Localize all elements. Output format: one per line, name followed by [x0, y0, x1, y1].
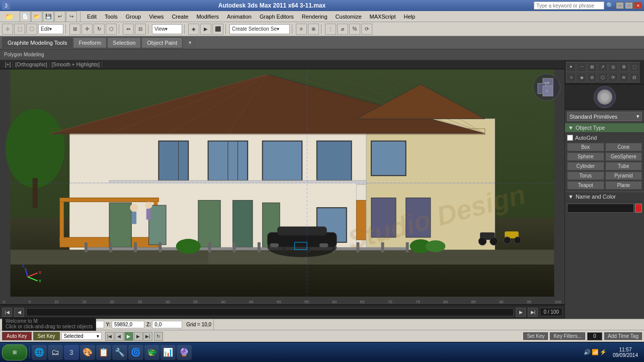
menu-create[interactable]: Create [168, 11, 192, 22]
menu-help[interactable]: Help [400, 11, 420, 22]
timeline-next[interactable]: ▶ [516, 308, 526, 317]
panel-icon-7[interactable]: ⬚ [629, 62, 639, 72]
auto-key-button[interactable]: Auto Key [2, 332, 32, 340]
go-to-end[interactable]: ▶| [143, 332, 152, 341]
toolbar-redo[interactable]: ↪ [66, 11, 77, 22]
menu-customize[interactable]: Customize [332, 11, 366, 22]
play-button[interactable]: ▶ [124, 332, 133, 341]
select-scale[interactable]: ⬡ [106, 24, 117, 35]
tab-extra-arrow[interactable]: ▾ [185, 38, 195, 48]
taskbar-icon-8[interactable]: 🔮 [177, 345, 192, 360]
primitives-dropdown[interactable]: Standard Primitives ▾ [567, 112, 642, 121]
viewport-plus[interactable]: [+] [3, 62, 13, 67]
taskbar-icon-7[interactable]: 📊 [160, 345, 176, 360]
tab-graphite-modeling[interactable]: Graphite Modeling Tools [2, 37, 72, 48]
timeline-track[interactable] [26, 308, 514, 316]
cylinder-button[interactable]: Cylinder [567, 162, 604, 170]
menu-group[interactable]: Group [122, 11, 145, 22]
toolbar-new[interactable]: 📄 [20, 11, 31, 22]
frame-input[interactable] [587, 332, 602, 340]
teapot-button[interactable]: Teapot [567, 181, 604, 190]
object-name-input[interactable] [567, 204, 634, 213]
clock[interactable]: 11:57 09/09/2014 [609, 347, 642, 358]
taskbar-icon-4[interactable]: 🔧 [112, 345, 127, 360]
viewport[interactable]: Studio Design X Y Z [0, 69, 565, 297]
navigation-cube[interactable]: TOP F [533, 73, 560, 101]
create-selection-set[interactable]: Create Selection Se▾ [229, 24, 290, 34]
minimize-button[interactable]: ─ [616, 2, 624, 9]
taskbar-icon-3[interactable]: 📋 [96, 345, 111, 360]
panel-icon-9[interactable]: ◈ [577, 72, 587, 82]
menu-views[interactable]: Views [145, 11, 168, 22]
maximize-button[interactable]: □ [625, 2, 633, 9]
hierarchy-panel-btn[interactable]: ⊞ [587, 62, 597, 72]
go-to-start[interactable]: |◀ [105, 332, 114, 341]
key-filters-button[interactable]: Key Filters... [550, 332, 585, 340]
snap-angle[interactable]: ⌀ [337, 24, 348, 35]
set-key-filters-button[interactable]: Set Key [523, 332, 548, 340]
taskbar-3dsmax[interactable]: 3 [64, 345, 79, 360]
layers-btn[interactable]: ≡ [296, 24, 307, 35]
autogrid-checkbox[interactable] [567, 135, 573, 141]
render-scene[interactable]: ▶ [200, 24, 211, 35]
search-icon[interactable]: 🔍 [606, 2, 614, 9]
quick-render[interactable]: ⬛ [212, 24, 223, 35]
add-time-tag-button[interactable]: Add Time Tag [604, 332, 642, 340]
selected-dropdown[interactable]: Selected ▾ [61, 332, 102, 340]
select-rotate[interactable]: ↻ [94, 24, 105, 35]
color-swatch[interactable] [635, 204, 642, 213]
torus-button[interactable]: Torus [567, 171, 604, 180]
snap-spinner[interactable]: ⟳ [361, 24, 372, 35]
object-type-header[interactable]: ▼ Object Type [565, 123, 644, 133]
close-button[interactable]: ✕ [634, 2, 642, 9]
utilities-panel-btn[interactable]: ⚙ [619, 62, 629, 72]
lasso-tool[interactable]: 〇 [26, 24, 37, 35]
timeline-next-key[interactable]: ▶| [528, 308, 538, 317]
menu-graph-editors[interactable]: Graph Editors [256, 11, 298, 22]
material-editor[interactable]: ◈ [188, 24, 199, 35]
tab-freeform[interactable]: Freeform [73, 37, 107, 48]
mirror-tool[interactable]: ⇔ [123, 24, 134, 35]
prev-frame[interactable]: ◀ [115, 332, 124, 341]
select-region[interactable]: ⬚ [14, 24, 25, 35]
start-button[interactable]: ⊞ [2, 344, 27, 360]
taskbar-ie[interactable]: 🌐 [32, 345, 47, 360]
create-panel-btn[interactable]: ✦ [566, 62, 576, 72]
tab-selection[interactable]: Selection [107, 37, 141, 48]
panel-icon-8[interactable]: ⌗ [566, 72, 576, 82]
menu-animation[interactable]: Animation [223, 11, 256, 22]
toolbar-undo[interactable]: ↩ [54, 11, 65, 22]
display-panel-btn[interactable]: ◎ [608, 62, 618, 72]
menu-maxscript[interactable]: MAXScript [366, 11, 400, 22]
modify-panel-btn[interactable]: ⋯ [577, 62, 587, 72]
motion-panel-btn[interactable]: ↗ [598, 62, 608, 72]
timeline-prev[interactable]: ◀ [14, 308, 24, 317]
xref-btn[interactable]: ⊕ [308, 24, 319, 35]
name-color-header[interactable]: ▼ Name and Color [565, 192, 644, 202]
panel-icon-10[interactable]: ⊘ [587, 72, 597, 82]
select-tool[interactable]: ⊹ [2, 24, 13, 35]
menu-edit[interactable]: Edit [83, 11, 101, 22]
timeline-prev-key[interactable]: |◀ [2, 308, 12, 317]
geosphere-button[interactable]: GeoSphere [605, 152, 642, 161]
align-tool[interactable]: ⊟ [135, 24, 146, 35]
menu-rendering[interactable]: Rendering [298, 11, 332, 22]
snap-percent[interactable]: % [349, 24, 360, 35]
loop-button[interactable]: ↻ [154, 332, 163, 341]
panel-icon-14[interactable]: ⊟ [629, 72, 639, 82]
panel-icon-13[interactable]: ≋ [619, 72, 629, 82]
sphere-button[interactable]: Sphere [567, 152, 604, 161]
menu-tools[interactable]: Tools [101, 11, 122, 22]
filter-dropdown[interactable]: Edit▾ [38, 24, 63, 34]
taskbar-explorer[interactable]: 🗂 [48, 345, 63, 360]
panel-icon-11[interactable]: ⬡ [598, 72, 608, 82]
next-frame[interactable]: ▶ [134, 332, 143, 341]
viewport-shading[interactable]: [Smooth + Highlights] [50, 62, 102, 67]
box-button[interactable]: Box [567, 143, 604, 151]
z-input[interactable] [152, 321, 182, 328]
tab-object-paint[interactable]: Object Paint [141, 37, 183, 48]
set-key-button[interactable]: Set Key [33, 332, 60, 340]
tube-button[interactable]: Tube [605, 162, 642, 170]
taskbar-icon-5[interactable]: 🌀 [128, 345, 143, 360]
select-move[interactable]: ✛ [82, 24, 93, 35]
